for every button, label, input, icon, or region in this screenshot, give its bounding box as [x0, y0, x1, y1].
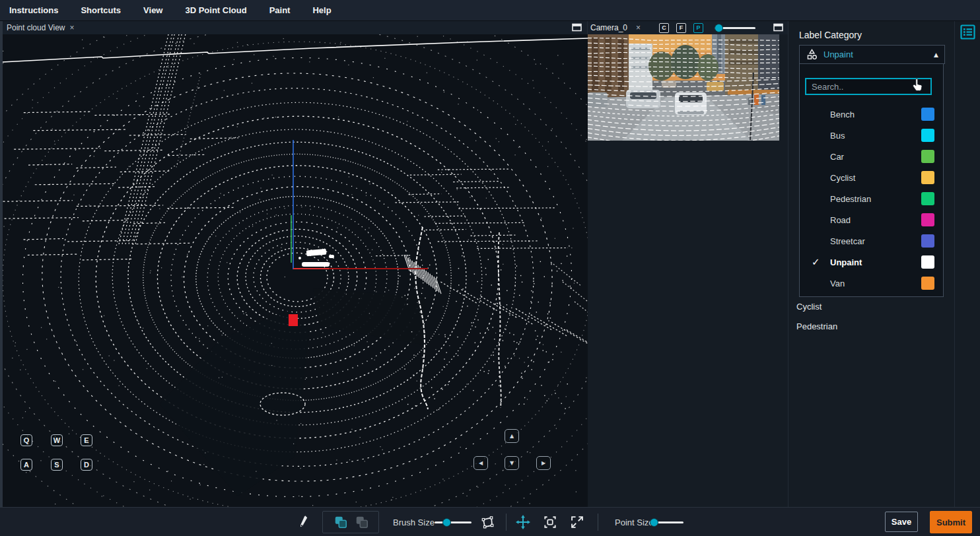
category-color-swatch — [921, 129, 934, 142]
category-color-swatch — [921, 171, 934, 184]
key-d-button[interactable]: D — [81, 459, 92, 471]
camera-zoom-slider[interactable] — [715, 23, 755, 32]
slider-knob[interactable] — [442, 518, 451, 527]
category-dropdown[interactable]: Unpaint ▲ — [799, 45, 945, 64]
point-cloud-panel-title: Point cloud View — [7, 23, 65, 32]
copy-previous-icon[interactable] — [333, 515, 348, 529]
submit-button[interactable]: Submit — [930, 511, 972, 533]
label-category-title: Label Category — [799, 30, 862, 40]
maximize-icon[interactable] — [773, 23, 783, 32]
move-tool-icon[interactable] — [516, 515, 530, 529]
category-row-bench[interactable]: Bench — [800, 104, 943, 125]
maximize-icon[interactable] — [572, 23, 582, 32]
category-label: Pedestrian — [830, 194, 921, 204]
category-row-bus[interactable]: Bus — [800, 125, 943, 146]
camera-area: Camera_0 × CFP — [588, 21, 788, 507]
app-window: InstructionsShortcutsView3D Point CloudP… — [0, 0, 980, 536]
camera-tab[interactable]: Camera_0 × — [590, 23, 641, 32]
menu-item-paint[interactable]: Paint — [269, 5, 291, 15]
close-icon[interactable]: × — [636, 24, 641, 32]
search-input[interactable] — [805, 78, 932, 95]
category-color-swatch — [921, 150, 934, 163]
pan-right-button[interactable]: ▶ — [536, 456, 551, 470]
category-dropdown-panel: BenchBusCarCyclistPedestrianRoadStreetca… — [799, 64, 944, 297]
brush-tool-icon[interactable] — [297, 515, 312, 529]
pan-down-button[interactable]: ▼ — [505, 456, 519, 470]
polygon-tool-icon[interactable] — [480, 515, 495, 529]
label-sidebar: Label Category Unpaint ▲ BenchBusCarCycl… — [788, 21, 954, 507]
bottom-toolbar: Brush Size — [0, 507, 980, 536]
point-cloud-panel: Point cloud View × QWEASD ▲◀▼▶ — [3, 21, 588, 507]
frame-label-pedestrian[interactable]: Pedestrian — [796, 321, 837, 331]
point-size-label: Point Size — [615, 518, 654, 527]
camera-tab-title: Camera_0 — [590, 23, 627, 32]
copy-paint-group — [322, 511, 379, 533]
category-label: Car — [830, 152, 921, 162]
category-color-swatch — [921, 234, 934, 248]
camera-mode-c-button[interactable]: C — [659, 23, 669, 33]
camera-mode-f-button[interactable]: F — [676, 23, 686, 33]
category-row-cyclist[interactable]: Cyclist — [800, 167, 943, 188]
slider-knob[interactable] — [650, 518, 658, 527]
category-label: Unpaint — [830, 257, 921, 267]
menu-item-3d-point-cloud[interactable]: 3D Point Cloud — [185, 5, 246, 15]
category-color-swatch — [921, 277, 934, 290]
chevron-up-icon[interactable]: ▲ — [934, 51, 938, 58]
slider-knob[interactable] — [715, 24, 723, 32]
camera-panel-header: Camera_0 × CFP — [588, 21, 788, 34]
category-row-van[interactable]: Van — [800, 273, 943, 294]
menu-item-shortcuts[interactable]: Shortcuts — [81, 5, 121, 15]
pan-up-button[interactable]: ▲ — [505, 429, 519, 443]
category-shapes-icon — [806, 48, 818, 61]
point-cloud-panel-header: Point cloud View × — [3, 21, 587, 34]
key-s-button[interactable]: S — [51, 459, 63, 471]
category-label: Streetcar — [830, 236, 921, 246]
slider-track — [435, 521, 472, 523]
expand-view-icon[interactable] — [570, 515, 584, 529]
menu-item-help[interactable]: Help — [312, 5, 331, 15]
category-color-swatch — [921, 192, 934, 205]
save-button[interactable]: Save — [885, 512, 918, 532]
category-color-swatch — [921, 213, 934, 226]
category-list: BenchBusCarCyclistPedestrianRoadStreetca… — [800, 104, 943, 294]
category-row-pedestrian[interactable]: Pedestrian — [800, 188, 943, 209]
category-row-road[interactable]: Road — [800, 209, 943, 230]
category-label: Bench — [830, 110, 921, 119]
menu-item-view[interactable]: View — [143, 5, 162, 15]
category-label: Van — [830, 279, 921, 288]
category-label: Cyclist — [830, 173, 921, 183]
key-a-button[interactable]: A — [20, 459, 32, 471]
category-label: Bus — [830, 131, 921, 141]
key-q-button[interactable]: Q — [20, 434, 32, 446]
brush-size-slider[interactable] — [435, 518, 472, 527]
selected-category: Unpaint — [823, 50, 934, 59]
frame-label-cyclist[interactable]: Cyclist — [796, 302, 822, 312]
right-tool-rail — [954, 21, 980, 507]
camera-mode-buttons: CFP — [659, 23, 711, 33]
workspace: Point cloud View × QWEASD ▲◀▼▶ Camera_0 … — [0, 21, 980, 507]
category-row-car[interactable]: Car — [800, 146, 943, 167]
category-label: Road — [830, 215, 921, 225]
category-row-unpaint[interactable]: ✓Unpaint — [800, 251, 943, 273]
camera-mode-p-button[interactable]: P — [693, 23, 703, 33]
key-e-button[interactable]: E — [81, 434, 92, 446]
fit-view-icon[interactable] — [543, 515, 557, 529]
pan-left-button[interactable]: ◀ — [473, 456, 488, 470]
point-cloud-viewport[interactable]: QWEASD ▲◀▼▶ — [3, 34, 588, 507]
brush-size-label: Brush Size — [393, 518, 435, 527]
menu-bar: InstructionsShortcutsView3D Point CloudP… — [0, 0, 980, 21]
menu-item-instructions[interactable]: Instructions — [9, 5, 58, 15]
label-list-icon[interactable] — [960, 24, 975, 40]
category-color-swatch — [921, 255, 934, 269]
category-color-swatch — [921, 108, 934, 121]
close-icon[interactable]: × — [70, 24, 75, 32]
copy-next-icon[interactable] — [355, 515, 369, 529]
category-row-streetcar[interactable]: Streetcar — [800, 230, 943, 251]
point-size-slider[interactable] — [650, 518, 683, 527]
camera-image[interactable] — [588, 34, 779, 141]
key-w-button[interactable]: W — [51, 434, 63, 446]
check-icon: ✓ — [812, 256, 830, 268]
